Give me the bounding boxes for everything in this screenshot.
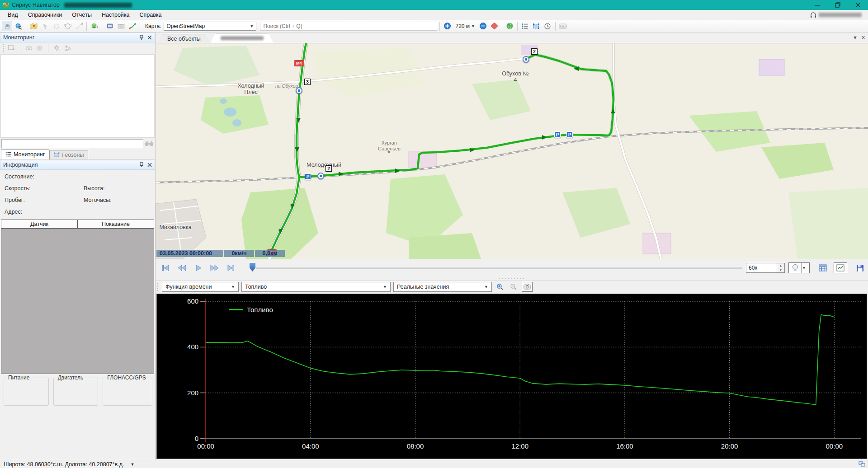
- toolbar-separator: [517, 22, 518, 31]
- engine-group-label: Двигатель: [57, 374, 85, 381]
- online-map-button[interactable]: [505, 21, 515, 31]
- select-circle-button[interactable]: [51, 21, 61, 31]
- fuel-chart[interactable]: 020040060000:0004:0008:0012:0016:0020:00…: [156, 294, 867, 459]
- map-source-value: OpenStreetMap: [166, 23, 205, 29]
- binoculars-icon[interactable]: [145, 140, 154, 147]
- sensor-table-body[interactable]: [1, 229, 154, 374]
- event-marker-west[interactable]: [296, 87, 302, 94]
- chart-zoom-in-button[interactable]: [495, 282, 505, 292]
- stop-badge-2-center[interactable]: 2: [326, 165, 332, 172]
- save-button[interactable]: [854, 262, 866, 273]
- time-button[interactable]: [542, 21, 553, 31]
- chevron-down-icon[interactable]: ▼: [801, 263, 807, 273]
- chart-zoom-out-button[interactable]: [508, 282, 519, 292]
- route-tool-button[interactable]: [74, 21, 84, 31]
- chart-values-select[interactable]: Реальные значения▼: [393, 282, 492, 292]
- restore-button[interactable]: [827, 0, 848, 10]
- close-panel-icon[interactable]: [147, 35, 152, 40]
- map-layers-button[interactable]: [28, 21, 39, 31]
- horizontal-splitter[interactable]: ·········: [156, 276, 868, 280]
- geozone-button[interactable]: [531, 21, 542, 31]
- show-chart-button[interactable]: [834, 262, 847, 273]
- svg-text:00:00: 00:00: [826, 442, 843, 450]
- track-tool-button[interactable]: [127, 21, 137, 31]
- playback-speed-spinner[interactable]: 60x ▲ ▼: [746, 263, 785, 273]
- mileage-label: Пробег:: [5, 197, 25, 203]
- sensor-column-header[interactable]: Датчик: [1, 220, 78, 228]
- connection-status-icon[interactable]: [859, 461, 865, 468]
- search-input[interactable]: [260, 22, 437, 31]
- stop-badge-3[interactable]: 3: [304, 79, 311, 85]
- statusbar-chevron-icon[interactable]: ▼: [130, 462, 134, 467]
- skip-to-end-button[interactable]: [225, 262, 237, 274]
- event-marker-center[interactable]: [317, 173, 324, 179]
- parking-marker-3[interactable]: P: [305, 173, 311, 180]
- menu-spravka[interactable]: Справка: [135, 10, 167, 20]
- chart-mode-select[interactable]: Функция времени▼: [162, 282, 239, 292]
- track-style-button[interactable]: ▼: [788, 262, 810, 273]
- legend-series-label: Топливо: [247, 306, 273, 314]
- pin-icon[interactable]: [139, 35, 144, 40]
- fast-forward-button[interactable]: [208, 262, 221, 274]
- menu-otchyoty[interactable]: Отчёты: [67, 10, 97, 20]
- show-table-button[interactable]: [816, 262, 829, 273]
- add-group-icon[interactable]: [8, 45, 15, 51]
- menubar: Вид Справочники Отчёты Настройка Справка: [0, 10, 868, 20]
- parking-marker-1[interactable]: P: [554, 131, 561, 138]
- reading-column-header[interactable]: Показание: [78, 220, 154, 228]
- fuel-chart-canvas[interactable]: 020040060000:0004:0008:0012:0016:0020:00…: [157, 294, 867, 459]
- tab-monitoring[interactable]: Мониторинг: [1, 149, 49, 159]
- ruler-button[interactable]: [116, 21, 126, 31]
- screenshot-button[interactable]: [104, 21, 115, 31]
- map-select-label: Карта:: [145, 23, 161, 29]
- close-button[interactable]: [848, 0, 868, 10]
- keyboard-button[interactable]: [558, 21, 568, 31]
- map-view[interactable]: Холодный Плёс Михайловка Молодёжный Кург…: [156, 43, 868, 259]
- tab-list-chevron-icon[interactable]: ▼: [853, 35, 858, 41]
- event-marker-top[interactable]: [523, 56, 529, 63]
- select-polygon-button[interactable]: [62, 21, 73, 31]
- height-label: Высота:: [84, 185, 104, 192]
- stop-badge-2-top[interactable]: 2: [531, 48, 538, 55]
- globe-search-button[interactable]: [13, 21, 24, 31]
- object-filter-input[interactable]: [1, 139, 143, 148]
- svg-text:0: 0: [195, 435, 198, 442]
- globe-small-icon[interactable]: [36, 45, 43, 51]
- pan-tool-button[interactable]: [2, 21, 12, 31]
- zoom-out-button[interactable]: [478, 21, 488, 31]
- playback-speed-value[interactable]: 60x: [746, 263, 777, 273]
- chart-snapshot-button[interactable]: [522, 282, 533, 292]
- map-scale-select[interactable]: 720 м ▼: [453, 23, 477, 29]
- map-source-select[interactable]: OpenStreetMap ▼: [164, 22, 256, 31]
- menu-nastroika[interactable]: Настройка: [97, 10, 135, 20]
- home-position-button[interactable]: [489, 21, 500, 31]
- settings-gear-icon[interactable]: [53, 45, 61, 51]
- legend-list-button[interactable]: [520, 21, 530, 31]
- select-object-button[interactable]: [40, 21, 50, 31]
- playback-track[interactable]: [256, 267, 742, 269]
- chart-parameter-select[interactable]: Топливо▼: [241, 282, 391, 292]
- parking-marker-2[interactable]: P: [566, 131, 573, 138]
- objects-tree[interactable]: [0, 54, 155, 138]
- tab-geozones[interactable]: Геозоны: [49, 150, 88, 159]
- layers-button[interactable]: [89, 21, 99, 31]
- tab-close-icon[interactable]: ✕: [861, 35, 865, 41]
- chart-controls: Функция времени▼ Топливо▼ Реальные значе…: [156, 280, 868, 293]
- minimize-button[interactable]: [807, 0, 827, 10]
- close-panel-icon[interactable]: [147, 163, 152, 167]
- pin-icon[interactable]: [139, 162, 144, 168]
- playback-slider-thumb[interactable]: [250, 263, 255, 271]
- zoom-in-button[interactable]: [442, 21, 453, 31]
- rewind-button[interactable]: [176, 262, 188, 274]
- tab-all-objects[interactable]: Все объекты: [157, 34, 211, 43]
- menu-spravochniki[interactable]: Справочники: [23, 10, 67, 20]
- skip-to-start-button[interactable]: [160, 262, 172, 274]
- speed-up-arrow[interactable]: ▲: [777, 263, 784, 268]
- object-pin-icon[interactable]: [64, 45, 71, 51]
- menu-vid[interactable]: Вид: [3, 10, 23, 20]
- speed-down-arrow[interactable]: ▼: [777, 268, 784, 273]
- link-objects-icon[interactable]: [25, 45, 33, 51]
- tab-selected-track[interactable]: [211, 33, 274, 43]
- play-button[interactable]: [192, 262, 204, 274]
- tab-all-objects-label: Все объекты: [167, 36, 201, 42]
